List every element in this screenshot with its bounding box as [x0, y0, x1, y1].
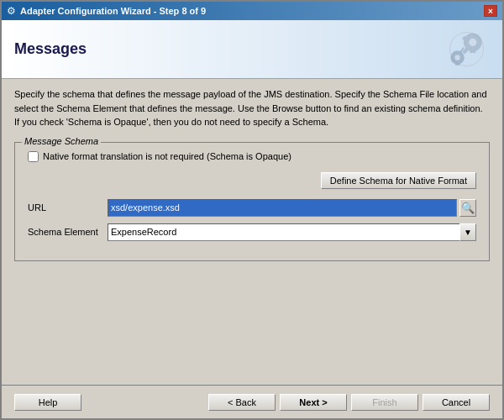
- page-title: Messages: [14, 40, 87, 58]
- help-button[interactable]: Help: [14, 394, 81, 411]
- svg-point-6: [469, 38, 476, 45]
- header-banner: Messages: [2, 20, 502, 79]
- back-button[interactable]: < Back: [208, 394, 276, 411]
- group-title: Message Schema: [22, 136, 101, 146]
- schema-element-label: Schema Element: [28, 227, 108, 237]
- title-bar: ⚙ Adapter Configuration Wizard - Step 8 …: [2, 2, 502, 20]
- cancel-button[interactable]: Cancel: [423, 394, 490, 411]
- close-button[interactable]: ×: [484, 5, 497, 17]
- svg-point-10: [454, 55, 459, 60]
- message-schema-group: Message Schema Native format translation…: [14, 142, 490, 261]
- header-gear-icon: [444, 29, 490, 71]
- schema-element-field-row: Schema Element ExpenseRecord ▼: [28, 223, 476, 241]
- title-bar-left: ⚙ Adapter Configuration Wizard - Step 8 …: [7, 5, 206, 17]
- title-bar-icon: ⚙: [7, 5, 16, 17]
- svg-rect-3: [470, 49, 475, 53]
- define-schema-button[interactable]: Define Schema for Native Format: [321, 172, 476, 189]
- finish-button: Finish: [351, 394, 418, 411]
- footer-left: Help: [14, 394, 81, 411]
- footer-right: < Back Next > Finish Cancel: [208, 394, 490, 411]
- window-title: Adapter Configuration Wizard - Step 8 of…: [20, 6, 206, 16]
- wizard-window: ⚙ Adapter Configuration Wizard - Step 8 …: [0, 0, 504, 420]
- opaque-checkbox-row: Native format translation is not require…: [28, 151, 476, 162]
- schema-element-input-wrap: ExpenseRecord ▼: [108, 223, 476, 241]
- url-field-row: URL 🔍: [28, 199, 476, 217]
- browse-icon[interactable]: 🔍: [459, 199, 476, 217]
- svg-rect-2: [470, 34, 475, 39]
- schema-element-select[interactable]: ExpenseRecord: [108, 223, 476, 241]
- url-label: URL: [28, 202, 108, 213]
- footer: Help < Back Next > Finish Cancel: [2, 385, 502, 418]
- description-text: Specify the schema that defines the mess…: [14, 87, 490, 129]
- svg-rect-8: [455, 51, 459, 55]
- content-area: Specify the schema that defines the mess…: [2, 79, 502, 385]
- schema-element-select-wrap: ExpenseRecord ▼: [108, 223, 476, 241]
- define-schema-btn-row: Define Schema for Native Format: [28, 172, 476, 189]
- next-button[interactable]: Next >: [280, 394, 347, 411]
- url-input-wrap: 🔍: [108, 199, 476, 217]
- opaque-checkbox-label[interactable]: Native format translation is not require…: [43, 151, 291, 161]
- url-input[interactable]: [108, 199, 457, 217]
- opaque-checkbox[interactable]: [28, 151, 39, 162]
- svg-rect-9: [455, 62, 459, 66]
